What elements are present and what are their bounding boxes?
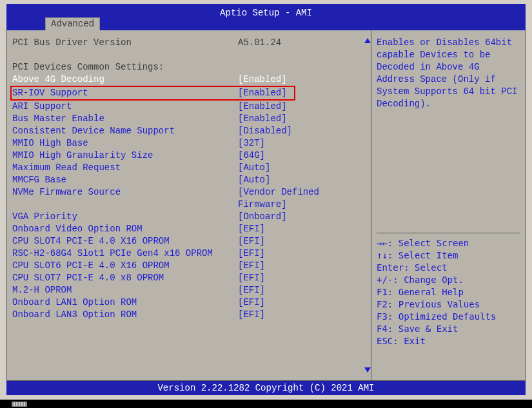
value: [Enabled] (238, 113, 287, 125)
help-key-hint: +/-: Change Opt. (377, 274, 520, 286)
help-keys: →←: Select Screen↑↓: Select ItemEnter: S… (377, 233, 520, 347)
label: Maximum Read Request (12, 162, 238, 174)
option-row[interactable]: MMIO High Base[32T] (12, 137, 371, 150)
value: [Onboard] (238, 211, 287, 223)
value: [Vendor Defined (238, 186, 319, 199)
bios-screen: Aptio Setup - AMI Advanced PCI Bus Drive… (0, 0, 532, 400)
option-above-4g-decoding[interactable]: Above 4G Decoding [Enabled] (12, 73, 371, 86)
option-row[interactable]: CPU SLOT4 PCI-E 4.0 X16 OPROM[EFI] (12, 235, 371, 248)
label: MMCFG Base (12, 174, 238, 186)
option-row[interactable]: NVMe Firmware Source[Vendor Defined (12, 186, 371, 199)
label (12, 199, 238, 211)
option-row[interactable]: Maximum Read Request[Auto] (12, 162, 371, 174)
help-key-hint: F4: Save & Exit (377, 323, 520, 335)
label: PCI Bus Driver Version (12, 37, 238, 49)
footer: Version 2.22.1282 Copyright (C) 2021 AMI (6, 381, 526, 395)
value: [EFI] (238, 223, 265, 235)
label: MMIO High Granularity Size (12, 150, 238, 162)
option-row[interactable]: Onboard LAN1 Option ROM[EFI] (12, 296, 371, 309)
option-row[interactable]: Consistent Device Name Support[Disabled] (12, 125, 371, 137)
pci-driver-version-row: PCI Bus Driver Version A5.01.24 (12, 37, 371, 49)
option-row[interactable]: CPU SLOT6 PCI-E 4.0 X16 OPROM[EFI] (12, 260, 371, 272)
keyboard-icon (12, 402, 27, 407)
option-row[interactable]: M.2-H OPROM[EFI] (12, 284, 371, 296)
option-row[interactable]: MMCFG Base[Auto] (12, 174, 371, 186)
value: [EFI] (238, 296, 265, 309)
tab-advanced[interactable]: Advanced (45, 17, 100, 30)
help-key-hint: ↑↓: Select Item (377, 249, 520, 262)
help-pane: Enables or Disables 64bit capable Device… (371, 30, 525, 380)
label: SR-IOV Support (12, 87, 238, 99)
label: Consistent Device Name Support (12, 125, 238, 137)
value: A5.01.24 (238, 37, 281, 49)
label: NVMe Firmware Source (12, 186, 238, 199)
label: Above 4G Decoding (12, 73, 238, 86)
help-key-hint: F3: Optimized Defaults (377, 311, 520, 323)
option-row[interactable]: VGA Priority[Onboard] (12, 211, 371, 223)
option-row[interactable]: Onboard Video Option ROM[EFI] (12, 223, 371, 235)
label: CPU SLOT7 PCI-E 4.0 x8 OPROM (12, 272, 238, 284)
help-key-hint: F2: Previous Values (377, 298, 520, 311)
value: [Enabled] (238, 101, 287, 113)
value: [Auto] (238, 174, 270, 186)
label: ARI Support (12, 101, 238, 113)
help-key-hint: F1: General Help (377, 286, 520, 298)
value: [EFI] (238, 235, 265, 248)
value: [EFI] (238, 284, 265, 296)
label: Bus Master Enable (12, 113, 238, 125)
label: Onboard Video Option ROM (12, 223, 238, 235)
value: Firmware] (238, 199, 287, 211)
value: [Disabled] (238, 125, 292, 137)
option-row[interactable]: MMIO High Granularity Size[64G] (12, 150, 371, 162)
value: [64G] (238, 150, 265, 162)
label: CPU SLOT6 PCI-E 4.0 X16 OPROM (12, 260, 238, 272)
value: [EFI] (238, 309, 265, 321)
help-text: Enables or Disables 64bit capable Device… (377, 37, 520, 233)
option-row[interactable]: Onboard LAN3 Option ROM[EFI] (12, 309, 371, 321)
label: RSC-H2-68G4 Slot1 PCIe Gen4 x16 OPROM (12, 248, 238, 260)
value: [Enabled] (238, 73, 287, 86)
value: [Auto] (238, 162, 270, 174)
spacer (12, 49, 371, 61)
option-row[interactable]: CPU SLOT7 PCI-E 4.0 x8 OPROM[EFI] (12, 272, 371, 284)
scroll-up-icon[interactable] (364, 38, 368, 43)
label: VGA Priority (12, 211, 238, 223)
label: M.2-H OPROM (12, 284, 238, 296)
settings-pane[interactable]: PCI Bus Driver Version A5.01.24 PCI Devi… (7, 30, 371, 380)
value: [32T] (238, 137, 265, 150)
main-area: PCI Bus Driver Version A5.01.24 PCI Devi… (6, 30, 526, 381)
scroll-down-icon[interactable] (364, 367, 368, 373)
help-key-hint: →←: Select Screen (377, 237, 520, 249)
label: Onboard LAN1 Option ROM (12, 296, 238, 309)
value: [EFI] (238, 272, 265, 284)
settings-header: PCI Devices Common Settings: (12, 61, 371, 73)
label: MMIO High Base (12, 137, 238, 150)
value: [Enabled] (238, 87, 287, 99)
option-sr-iov-support[interactable]: SR-IOV Support [Enabled] (10, 86, 295, 101)
value: [EFI] (238, 260, 265, 272)
help-key-hint: Enter: Select (377, 262, 520, 274)
option-row[interactable]: ARI Support[Enabled] (12, 101, 371, 113)
title-bar: Aptio Setup - AMI Advanced (6, 4, 526, 30)
label: CPU SLOT4 PCI-E 4.0 X16 OPROM (12, 235, 238, 248)
option-row: Firmware] (12, 199, 371, 211)
help-key-hint: ESC: Exit (377, 335, 520, 347)
option-row[interactable]: RSC-H2-68G4 Slot1 PCIe Gen4 x16 OPROM[EF… (12, 248, 371, 260)
option-row[interactable]: Bus Master Enable[Enabled] (12, 113, 371, 125)
value: [EFI] (238, 248, 265, 260)
label: Onboard LAN3 Option ROM (12, 309, 238, 321)
